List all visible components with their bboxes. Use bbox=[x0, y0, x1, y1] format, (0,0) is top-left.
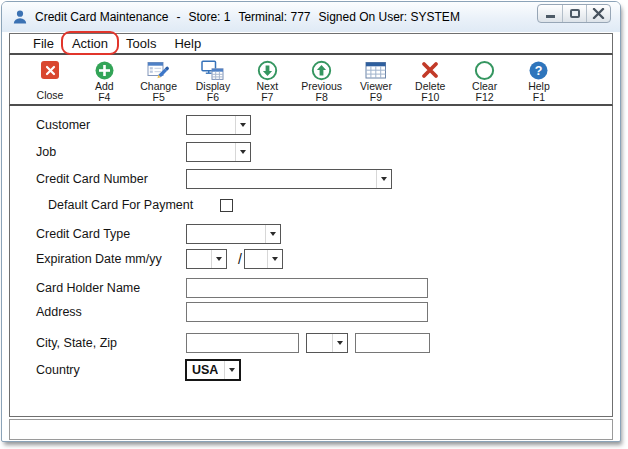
toolbar-button-add[interactable]: Add F4 bbox=[77, 59, 131, 103]
job-label: Job bbox=[36, 145, 56, 159]
menu-label-tools: Tools bbox=[126, 36, 156, 51]
window-title: Credit Card Maintenance-Store: 1Terminal… bbox=[35, 10, 468, 24]
title-store: Store: 1 bbox=[188, 10, 230, 24]
country-label: Country bbox=[36, 363, 80, 377]
form-panel: Customer Job Credit Card Number bbox=[9, 106, 613, 417]
menu-label-action: Action bbox=[72, 36, 108, 51]
expiration-month-dropdown[interactable] bbox=[186, 249, 227, 269]
chevron-down-icon[interactable] bbox=[235, 143, 250, 161]
user-icon bbox=[12, 9, 28, 25]
zip-input[interactable] bbox=[355, 333, 430, 353]
toolbar-label-line2: F7 bbox=[261, 92, 273, 103]
toolbar-button-previous[interactable]: Previous F8 bbox=[295, 59, 349, 103]
toolbar-button-delete[interactable]: Delete F10 bbox=[403, 59, 457, 103]
help-icon: ? bbox=[528, 59, 549, 81]
title-bar[interactable]: Credit Card Maintenance-Store: 1Terminal… bbox=[2, 2, 620, 32]
card-type-label: Credit Card Type bbox=[36, 227, 130, 241]
job-dropdown[interactable] bbox=[186, 142, 251, 162]
toolbar-button-help[interactable]: ? Help F1 bbox=[512, 59, 566, 103]
chevron-down-icon[interactable] bbox=[224, 361, 239, 379]
title-separator: - bbox=[176, 10, 180, 24]
toolbar-label-line2: F9 bbox=[370, 92, 382, 103]
menu-label-file: File bbox=[33, 36, 54, 51]
state-dropdown[interactable] bbox=[306, 333, 348, 353]
toolbar-button-close[interactable]: Close bbox=[23, 59, 77, 101]
toolbar-button-display[interactable]: Display F6 bbox=[186, 59, 240, 103]
restore-icon bbox=[570, 9, 580, 18]
toolbar-label-line2: F10 bbox=[421, 92, 439, 103]
restore-button[interactable] bbox=[562, 5, 586, 22]
address-input[interactable] bbox=[186, 302, 428, 322]
city-input[interactable] bbox=[186, 333, 299, 353]
toolbar-label-line2: F1 bbox=[533, 92, 545, 103]
toolbar-label-line2: F12 bbox=[476, 92, 494, 103]
chevron-down-icon[interactable] bbox=[332, 334, 347, 352]
status-bar bbox=[9, 419, 613, 440]
chevron-down-icon[interactable] bbox=[376, 170, 391, 188]
viewer-icon bbox=[365, 59, 387, 81]
country-value: USA bbox=[192, 363, 218, 377]
window-controls bbox=[537, 4, 611, 23]
chevron-down-icon[interactable] bbox=[267, 250, 282, 268]
previous-icon bbox=[311, 59, 332, 81]
chevron-down-icon[interactable] bbox=[211, 250, 226, 268]
customer-dropdown[interactable] bbox=[186, 115, 251, 135]
address-label: Address bbox=[36, 305, 82, 319]
default-card-label: Default Card For Payment bbox=[48, 198, 193, 212]
card-number-dropdown[interactable] bbox=[186, 169, 392, 189]
toolbar: Close Add F4 bbox=[9, 55, 613, 106]
screen: Credit Card Maintenance-Store: 1Terminal… bbox=[0, 0, 628, 449]
menu-bar: File Action Tools Help bbox=[9, 33, 613, 55]
close-window-icon bbox=[592, 8, 605, 19]
toolbar-button-next[interactable]: Next F7 bbox=[240, 59, 294, 103]
add-icon bbox=[94, 59, 115, 81]
menu-label-help: Help bbox=[174, 36, 201, 51]
delete-icon bbox=[420, 59, 440, 81]
title-signed-on-user: Signed On User: SYSTEM bbox=[318, 10, 459, 24]
toolbar-label-line2: F8 bbox=[316, 92, 328, 103]
menu-item-file[interactable]: File bbox=[24, 34, 63, 53]
close-icon bbox=[41, 61, 59, 79]
svg-text:?: ? bbox=[535, 64, 543, 78]
next-icon bbox=[257, 59, 278, 81]
toolbar-label-line2: F5 bbox=[153, 92, 165, 103]
chevron-down-icon[interactable] bbox=[235, 116, 250, 134]
change-icon bbox=[147, 59, 170, 81]
menu-item-help[interactable]: Help bbox=[165, 34, 210, 53]
expiration-year-dropdown[interactable] bbox=[244, 249, 283, 269]
customer-label: Customer bbox=[36, 118, 90, 132]
toolbar-button-viewer[interactable]: Viewer F9 bbox=[349, 59, 403, 103]
toolbar-label-line2: F6 bbox=[207, 92, 219, 103]
city-state-zip-label: City, State, Zip bbox=[36, 336, 117, 350]
menu-item-action[interactable]: Action bbox=[63, 34, 117, 53]
chevron-down-icon[interactable] bbox=[265, 225, 280, 243]
toolbar-button-clear[interactable]: Clear F12 bbox=[458, 59, 512, 103]
toolbar-label-line2: F4 bbox=[98, 92, 110, 103]
minimize-button[interactable] bbox=[538, 5, 562, 22]
credit-card-maintenance-window: Credit Card Maintenance-Store: 1Terminal… bbox=[1, 1, 621, 442]
card-number-label: Credit Card Number bbox=[36, 172, 148, 186]
clear-icon bbox=[474, 59, 495, 81]
toolbar-button-change[interactable]: Change F5 bbox=[132, 59, 186, 103]
holder-name-input[interactable] bbox=[186, 278, 428, 298]
expiration-separator: / bbox=[238, 251, 242, 267]
country-dropdown[interactable]: USA bbox=[185, 359, 241, 381]
menu-item-tools[interactable]: Tools bbox=[117, 34, 165, 53]
toolbar-label-line2: Close bbox=[37, 90, 64, 101]
expiration-label: Expiration Date mm/yy bbox=[36, 252, 162, 266]
title-terminal: Terminal: 777 bbox=[238, 10, 310, 24]
title-app-name: Credit Card Maintenance bbox=[35, 10, 168, 24]
card-type-dropdown[interactable] bbox=[186, 224, 281, 244]
close-window-button[interactable] bbox=[586, 5, 610, 22]
default-card-checkbox[interactable] bbox=[220, 199, 233, 212]
display-icon bbox=[201, 59, 224, 81]
minimize-icon bbox=[546, 15, 555, 18]
holder-name-label: Card Holder Name bbox=[36, 281, 140, 295]
